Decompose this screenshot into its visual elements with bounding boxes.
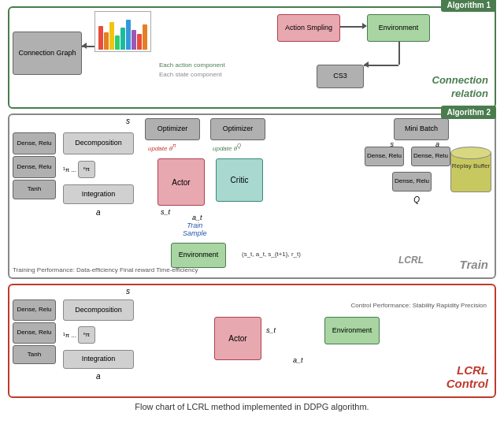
env-train: Environment xyxy=(171,243,226,268)
tanh-train: Tanh xyxy=(13,180,56,199)
ctrl-perf: Control Performance: Stability Rapidity … xyxy=(350,301,487,311)
bar-5 xyxy=(120,28,125,50)
arrow-env-cs3-v xyxy=(398,42,400,65)
algo1-badge: Algorithm 1 xyxy=(441,0,496,12)
bar-6 xyxy=(126,20,131,50)
pi-row-ctrl: ¹π ... ⁿπ xyxy=(63,326,95,344)
q-label: Q xyxy=(413,195,420,204)
env-ctrl: Environment xyxy=(324,317,380,344)
bar-2 xyxy=(104,32,109,50)
critic-train: Critic xyxy=(216,158,263,202)
bar-7 xyxy=(132,30,136,50)
optimizer-pi: Optimizer xyxy=(145,118,200,140)
trajectory-label: (s_t, a_t, s_{t+1}, r_t) xyxy=(242,251,301,258)
a-ctrl: a xyxy=(96,372,101,381)
action-sampling-box: Action Smpling xyxy=(277,14,340,42)
caption-action: Each action component xyxy=(159,61,225,69)
a-right: a xyxy=(435,140,439,148)
update-q-label: update θQ xyxy=(213,143,241,152)
train-sample: TrainSample xyxy=(183,221,207,237)
control-label: LCRL Control xyxy=(447,363,488,390)
decomp-train: Decomposition xyxy=(63,132,134,154)
dense1-right: Dense, Relu xyxy=(365,147,404,166)
dense1-train: Dense, Relu xyxy=(13,132,56,154)
dense2-right: Dense, Relu xyxy=(411,147,450,166)
bar-1 xyxy=(98,26,103,50)
replay-buffer: Replay Buffer xyxy=(450,147,491,194)
actor-train: Actor xyxy=(158,158,205,206)
s-ctrl: s xyxy=(126,287,130,296)
arrowhead-env-cs3 xyxy=(364,61,369,68)
a-label-train: a xyxy=(96,208,101,217)
bar-8 xyxy=(137,34,142,50)
mini-batch: Mini Batch xyxy=(394,118,449,140)
s-t-train: s_t xyxy=(161,208,170,216)
caption-state: Each state component xyxy=(159,71,222,78)
tanh-ctrl: Tanh xyxy=(13,345,56,364)
bar-4 xyxy=(115,35,120,50)
conn-environment-box: Environment xyxy=(367,14,430,42)
pi-box-ctrl: ⁿπ xyxy=(78,326,95,344)
train-perf: Training Performance: Data-efficiency Fi… xyxy=(13,266,198,274)
s-right: s xyxy=(391,140,395,148)
figure-caption: Flow chart of LCRL method implemented in… xyxy=(8,402,496,411)
algo2-badge: Algorithm 2 xyxy=(441,106,496,119)
a-t-train: a_t xyxy=(192,214,202,221)
dense3-right: Dense, Relu xyxy=(392,172,432,192)
arrow-action-env xyxy=(340,26,364,28)
bar-3 xyxy=(109,22,114,50)
lcrl-train: LCRL xyxy=(398,255,424,266)
train-label: Train xyxy=(460,258,488,271)
train-section: Algorithm 2 s Dense, Relu Dense, Relu Ta… xyxy=(8,113,496,279)
dense2-train: Dense, Relu xyxy=(13,156,56,178)
arrow-env-cs3-h xyxy=(364,65,398,66)
at-ctrl: a_t xyxy=(293,356,303,364)
s-label-train: s xyxy=(126,117,130,125)
connection-section: Algorithm 1 Connection Graph Action Smpl… xyxy=(8,6,496,109)
main-container: Algorithm 1 Connection Graph Action Smpl… xyxy=(8,6,496,411)
connection-label: Connection relation xyxy=(432,74,489,101)
dense1-ctrl: Dense, Relu xyxy=(13,299,56,321)
cs3-box: CS3 xyxy=(317,65,364,88)
pi-row-train: ¹π ... ⁿπ xyxy=(63,161,95,178)
pi-box-n: ⁿπ xyxy=(78,161,95,178)
dense2-ctrl: Dense, Relu xyxy=(13,322,56,344)
update-pi-label: update θπ xyxy=(148,143,176,152)
decomp-ctrl: Decomposition xyxy=(63,299,134,321)
bar-9 xyxy=(143,24,147,50)
bar-chart xyxy=(94,11,151,52)
st-ctrl: s_t xyxy=(266,326,276,334)
control-section: s Dense, Relu Dense, Relu Tanh Decomposi… xyxy=(8,284,496,398)
arrowhead-chart-graph xyxy=(82,43,87,49)
integ-ctrl: Integration xyxy=(63,350,134,369)
connection-graph-box: Connection Graph xyxy=(13,32,82,75)
integ-train: Integration xyxy=(63,184,134,204)
actor-ctrl: Actor xyxy=(214,317,261,360)
optimizer-q: Optimizer xyxy=(210,118,265,140)
